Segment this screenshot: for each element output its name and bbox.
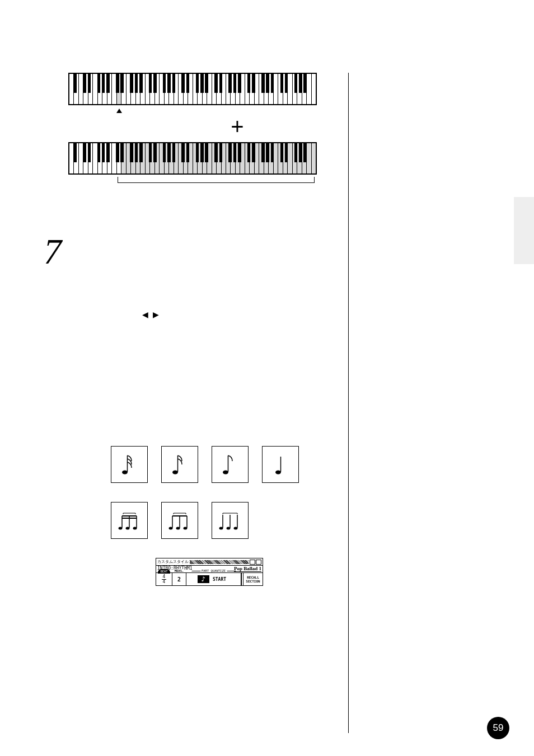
svg-point-14 [126,527,130,530]
lcd-beat-den: 4 [163,580,166,584]
range-bracket [118,177,315,183]
lcd-quantize-label: PART QUANTIZE [202,569,226,572]
quantize-row [111,446,346,483]
step-number: 7 [44,231,62,273]
step-block: 7 ◀ ▶ [44,250,346,323]
quantize-grid [111,446,346,539]
lcd-beat: BEAT 4 4 [156,573,172,585]
lcd-style-name: Pop Ballad 1 [234,566,261,572]
quantize-16th-triplet [111,502,148,539]
key-pointer [116,109,317,113]
quantize-quarter [262,446,299,483]
quantize-8th [212,446,249,483]
lcd-hatch [190,560,249,564]
svg-point-26 [219,527,223,530]
svg-point-2 [172,471,178,475]
lcd-title-icons [250,560,261,565]
quantize-16th [161,446,198,483]
nav-arrows-icon: ◀ ▶ [142,310,160,319]
quantize-row [111,502,346,539]
lcd-meas: MEAS. 2 [172,573,186,585]
vertical-divider [348,73,349,733]
lcd-recall-line2: SECTION [246,579,260,583]
svg-point-28 [234,527,238,530]
svg-point-15 [133,527,137,530]
side-tab [514,197,534,264]
lcd-icon [250,560,255,565]
svg-point-20 [169,527,173,530]
svg-point-6 [275,471,281,475]
lcd-quantize-group: PART QUANTIZE ♪ START [186,573,241,585]
quantize-8th-triplet [161,502,198,539]
lcd-quantize-value: ♪ [198,575,209,583]
keyboard-lower [68,142,317,175]
keyboard-diagram-block: + [68,73,317,183]
lcd-start-button: START [209,577,229,582]
lcd-meas-value: 2 [177,576,181,583]
svg-point-27 [227,527,231,530]
svg-point-21 [176,527,180,530]
arrow-up-icon [116,109,122,113]
lcd-mode-title: カスタムスタイル [157,559,189,565]
lcd-icon [256,560,261,565]
lcd-recall-line1: RECALL [247,575,259,579]
svg-point-22 [184,527,188,530]
lcd-display: カスタムスタイル INTRO:RHYTHM1 Pop Ballad 1 BEAT… [156,558,263,586]
lcd-beat-label: BEAT [158,569,170,574]
page-number-badge: 59 [487,717,509,739]
lcd-titlebar: カスタムスタイル [156,558,263,566]
quantize-32nd [111,446,148,483]
plus-icon: + [158,113,317,140]
quantize-quarter-triplet [212,502,249,539]
lcd-meas-label: MEAS. [174,569,185,572]
svg-point-0 [122,471,128,475]
lcd-recall-section: RECALL SECTION [241,573,263,585]
keyboard-upper [68,73,317,105]
svg-point-4 [223,471,228,475]
svg-point-13 [119,527,123,530]
